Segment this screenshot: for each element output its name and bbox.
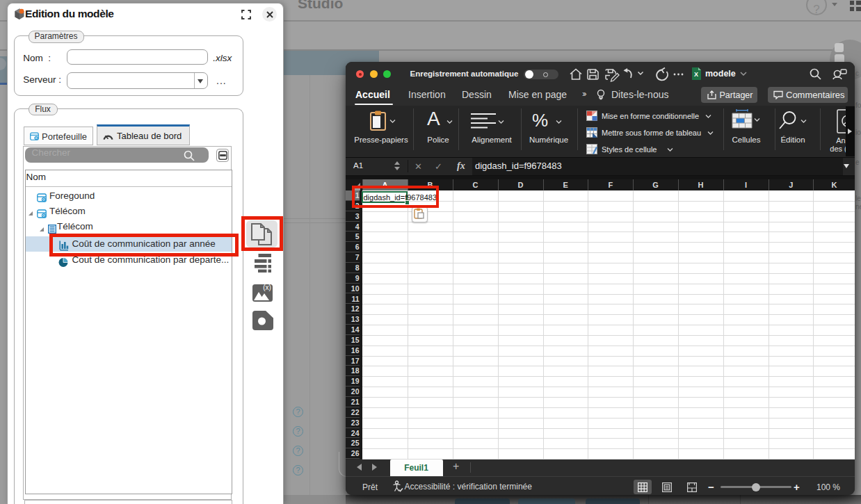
svg-text:(x): (x) (263, 284, 271, 291)
svg-text:X: X (694, 71, 698, 78)
